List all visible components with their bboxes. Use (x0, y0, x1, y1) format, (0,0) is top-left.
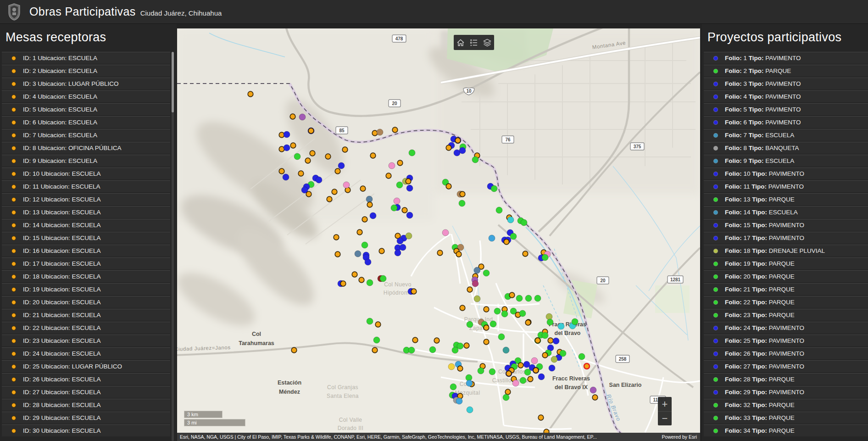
mesa-list-item[interactable]: ID: 14 Ubicacion: ESCUELA (2, 219, 170, 231)
mesa-list-item[interactable]: ID: 22 Ubicacion: ESCUELA (2, 322, 170, 334)
proyecto-map-dot[interactable] (400, 244, 406, 251)
mesa-map-dot[interactable] (584, 363, 590, 369)
mesa-map-dot[interactable] (446, 184, 451, 189)
proyecto-map-dot[interactable] (553, 338, 559, 344)
proyecto-list-item[interactable]: Folio: 18 Tipo: DRENAJE PLUVIAL (704, 245, 868, 257)
mesa-list-item[interactable]: ID: 24 Ubicacion: ESCUELA (2, 347, 170, 359)
proyecto-map-dot[interactable] (316, 177, 322, 183)
proyecto-map-dot[interactable] (429, 346, 436, 353)
mesa-map-dot[interactable] (446, 145, 451, 151)
proyecto-map-dot[interactable] (406, 185, 413, 191)
mesa-map-dot[interactable] (372, 347, 378, 353)
proyecto-map-dot[interactable] (373, 337, 380, 343)
proyecto-map-dot[interactable] (490, 321, 496, 327)
mesa-map-dot[interactable] (392, 127, 398, 133)
mesa-map-dot[interactable] (464, 343, 469, 348)
proyecto-map-dot[interactable] (579, 353, 585, 360)
mesa-map-dot[interactable] (248, 91, 253, 97)
proyecto-map-dot[interactable] (467, 321, 473, 328)
mesa-map-dot[interactable] (298, 171, 304, 176)
proyecto-map-dot[interactable] (377, 129, 383, 135)
proyecto-map-dot[interactable] (283, 174, 289, 180)
mesa-list-item[interactable]: ID: 15 Ubicacion: ESCUELA (2, 232, 170, 244)
proyecto-map-dot[interactable] (549, 365, 555, 371)
proyecto-list-item[interactable]: Folio: 8 Tipo: BANQUETA (704, 142, 868, 154)
proyecto-map-dot[interactable] (519, 310, 526, 317)
zoom-in-button[interactable]: + (658, 397, 672, 411)
mesa-map-dot[interactable] (402, 207, 407, 213)
proyecto-map-dot[interactable] (367, 318, 373, 324)
map-canvas[interactable]: Montana AveCiudad Juárez=JanosColTarahum… (177, 28, 700, 433)
proyecto-map-dot[interactable] (284, 131, 290, 138)
proyecto-map-dot[interactable] (551, 356, 557, 363)
proyecto-map-dot[interactable] (448, 363, 455, 370)
proyecto-map-dot[interactable] (380, 275, 386, 282)
proyecto-list-item[interactable]: Folio: 28 Tipo: PARQUE (704, 373, 868, 385)
mesa-map-dot[interactable] (397, 160, 403, 166)
mesa-map-dot[interactable] (484, 339, 489, 345)
mesa-list-item[interactable]: ID: 26 Ubicacion: ESCUELA (2, 373, 170, 385)
mesa-map-dot[interactable] (370, 153, 376, 158)
mesa-map-dot[interactable] (367, 202, 373, 207)
proyecto-map-dot[interactable] (542, 254, 548, 261)
proyecto-list-item[interactable]: Folio: 33 Tipo: PARQUE (704, 412, 868, 424)
mesa-map-dot[interactable] (457, 366, 463, 371)
mesa-map-dot[interactable] (291, 347, 297, 353)
proyecto-map-dot[interactable] (450, 384, 456, 390)
proyecto-map-dot[interactable] (466, 380, 473, 386)
proyecto-map-dot[interactable] (397, 238, 403, 244)
proyecto-list-item[interactable]: Folio: 22 Tipo: PARQUE (704, 296, 868, 308)
left-panel-scrollbar[interactable] (172, 52, 174, 441)
mesa-map-dot[interactable] (460, 191, 465, 197)
mesa-map-dot[interactable] (308, 128, 314, 134)
mesa-map-dot[interactable] (335, 251, 340, 257)
mesa-list-item[interactable]: ID: 28 Ubicacion: ESCUELA (2, 399, 170, 411)
mesa-list-item[interactable]: ID: 12 Ubicacion: ESCUELA (2, 193, 170, 205)
proyecto-map-dot[interactable] (391, 205, 397, 211)
proyecto-map-dot[interactable] (498, 334, 505, 340)
proyecto-map-dot[interactable] (521, 219, 527, 226)
mesa-map-dot[interactable] (342, 147, 348, 152)
layers-button[interactable] (481, 35, 494, 50)
proyecto-map-dot[interactable] (510, 233, 517, 240)
mesa-list-item[interactable]: ID: 11 Ubicacion: ESCUELA (2, 180, 170, 192)
proyecto-list-item[interactable]: Folio: 17 Tipo: PAVIMENTO (704, 232, 868, 244)
mesa-map-dot[interactable] (379, 248, 384, 254)
proyecto-map-dot[interactable] (590, 387, 596, 393)
mesa-map-dot[interactable] (412, 337, 418, 343)
proyecto-list-item[interactable]: Folio: 13 Tipo: PARQUE (704, 193, 868, 205)
proyecto-map-dot[interactable] (503, 347, 509, 353)
mesa-map-dot[interactable] (290, 114, 295, 119)
mesa-list-item[interactable]: ID: 4 Ubicacion: ESCUELA (2, 90, 170, 102)
proyecto-list-item[interactable]: Folio: 24 Tipo: PAVIMENTO (704, 322, 868, 334)
mesa-map-dot[interactable] (434, 338, 440, 343)
mesa-map-dot[interactable] (386, 173, 391, 179)
proyecto-list-item[interactable]: Folio: 6 Tipo: PAVIMENTO (704, 116, 868, 128)
proyecto-map-dot[interactable] (512, 380, 519, 386)
zoom-out-button[interactable]: − (658, 411, 672, 425)
proyecto-list-item[interactable]: Folio: 14 Tipo: ESCUELA (704, 206, 868, 218)
mesa-map-dot[interactable] (528, 376, 533, 382)
mesa-map-dot[interactable] (542, 352, 548, 358)
proyecto-map-dot[interactable] (507, 217, 514, 223)
mesa-map-dot[interactable] (334, 234, 339, 240)
mesa-list-item[interactable]: ID: 5 Ubicacion: ESCUELA (2, 103, 170, 115)
proyecto-map-dot[interactable] (558, 323, 564, 329)
proyecto-map-dot[interactable] (338, 162, 345, 169)
mesa-map-dot[interactable] (525, 320, 531, 325)
proyecto-list-item[interactable]: Folio: 11 Tipo: PAVIMENTO (704, 180, 868, 192)
mesa-list-item[interactable]: ID: 19 Ubicacion: ESCUELA (2, 283, 170, 295)
mesa-map-dot[interactable] (456, 251, 462, 257)
proyecto-map-dot[interactable] (531, 357, 538, 364)
proyecto-map-dot[interactable] (299, 114, 306, 120)
proyecto-map-dot[interactable] (442, 229, 449, 236)
mesa-map-dot[interactable] (509, 292, 515, 298)
mesa-map-dot[interactable] (484, 325, 489, 330)
proyecto-map-dot[interactable] (538, 374, 545, 380)
mesa-list-item[interactable]: ID: 2 Ubicacion: ESCUELA (2, 65, 170, 77)
mesa-list-item[interactable]: ID: 18 Ubicacion: ESCUELA (2, 270, 170, 282)
mesa-map-dot[interactable] (535, 338, 540, 343)
proyecto-map-dot[interactable] (355, 251, 361, 257)
proyecto-list-item[interactable]: Folio: 32 Tipo: PARQUE (704, 399, 868, 411)
proyecto-map-dot[interactable] (525, 295, 532, 301)
